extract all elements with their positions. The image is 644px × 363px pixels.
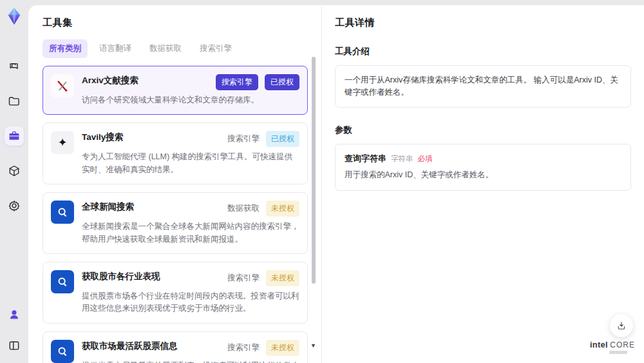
list-scrollbar[interactable] — [312, 52, 316, 353]
tab-search-engine[interactable]: 搜索引擎 — [193, 39, 238, 58]
tool-card-sector-performance[interactable]: 获取股市各行业表现 搜索引擎 未授权 提供股票市场各个行业在特定时间段内的表现。… — [43, 262, 308, 324]
page-title: 工具集 — [43, 17, 321, 29]
user-icon — [8, 308, 21, 321]
param-description: 用于搜索的Arxiv ID、关键字或作者姓名。 — [345, 170, 621, 181]
tab-language-translation[interactable]: 语言翻译 — [93, 39, 138, 58]
tool-list-panel: 工具集 所有类别 语言翻译 数据获取 搜索引擎 Arxiv文献搜索 — [28, 5, 322, 363]
tool-card-global-news[interactable]: 全球新闻搜索 数据获取 未授权 全球新闻搜索是一个聚合全球各大新闻网站内容的搜索… — [43, 192, 308, 254]
app-logo-icon[interactable] — [5, 6, 24, 26]
scroll-down-arrow-icon[interactable]: ▼ — [310, 342, 316, 349]
scrollbar-thumb[interactable] — [312, 57, 316, 284]
sidebar-item-account[interactable] — [5, 305, 24, 324]
tool-card-tavily[interactable]: ✦ Tavily搜索 搜索引擎 已授权 专为人工智能代理 (LLM) 构建的搜索… — [43, 123, 308, 184]
detail-title: 工具详情 — [335, 17, 631, 29]
intro-heading: 工具介绍 — [335, 46, 631, 57]
chat-icon — [8, 60, 21, 73]
sidebar-item-files[interactable] — [5, 92, 24, 111]
tavily-star-icon: ✦ — [51, 131, 74, 154]
auth-status-badge: 未授权 — [266, 340, 299, 356]
arxiv-logo-icon — [51, 74, 74, 97]
cube-icon — [8, 164, 21, 177]
category-tabs: 所有类别 语言翻译 数据获取 搜索引擎 — [43, 39, 321, 58]
tool-card-most-active-stocks[interactable]: 获取市场最活跃股票信息 搜索引擎 未授权 提供当天交易量最高的股票列表，投资者可… — [43, 331, 308, 363]
brand-subtext — [609, 351, 627, 354]
brand-secondary: CORE — [610, 340, 635, 349]
category-label: 搜索引擎 — [227, 133, 260, 144]
category-label: 数据获取 — [227, 203, 260, 214]
tool-card-title: Arxiv文献搜索 — [82, 74, 138, 86]
category-label: 搜索引擎 — [227, 273, 260, 284]
tool-card-title: 获取股市各行业表现 — [82, 270, 160, 282]
news-search-logo-icon — [51, 340, 74, 363]
gear-icon — [8, 199, 21, 212]
tool-intro-text: 一个用于从Arxiv存储库搜索科学论文和文章的工具。 输入可以是Arxiv ID… — [335, 65, 631, 108]
auth-status-badge: 未授权 — [266, 201, 299, 217]
param-item: 查询字符串 字符串 必填 用于搜索的Arxiv ID、关键字或作者姓名。 — [335, 144, 631, 191]
tool-card-description: 提供股票市场各个行业在特定时间段内的表现。投资者可以利用这些信息来识别表现优于或… — [82, 290, 299, 315]
param-type-label: 字符串 — [391, 154, 413, 164]
tool-card-arxiv[interactable]: Arxiv文献搜索 搜索引擎 已授权 访问各个研究领域大量科学论文和文章的存储库… — [43, 66, 308, 115]
sidebar-item-chat[interactable] — [5, 57, 24, 76]
tool-card-title: Tavily搜索 — [82, 131, 123, 143]
category-label: 搜索引擎 — [227, 342, 260, 353]
intel-core-logo: intel CORE — [590, 340, 635, 354]
param-name: 查询字符串 — [345, 153, 386, 164]
sidebar-item-packages[interactable] — [5, 161, 24, 181]
tool-detail-panel: 工具详情 工具介绍 一个用于从Arxiv存储库搜索科学论文和文章的工具。 输入可… — [322, 5, 644, 363]
tool-card-description: 专为人工智能代理 (LLM) 构建的搜索引擎工具。可快速提供实时、准确和真实的结… — [82, 151, 299, 176]
briefcase-icon — [8, 130, 21, 142]
auth-status-badge: 已授权 — [265, 74, 299, 90]
sidebar-item-tools[interactable] — [5, 126, 24, 146]
layout-panel-icon — [8, 339, 21, 352]
download-button[interactable] — [610, 314, 633, 337]
tab-all-categories[interactable]: 所有类别 — [43, 39, 88, 58]
param-required-label: 必填 — [418, 154, 433, 164]
tool-card-title: 获取市场最活跃股票信息 — [82, 340, 178, 352]
tool-card-description: 访问各个研究领域大量科学论文和文章的存储库。 — [82, 94, 299, 106]
download-icon — [616, 320, 627, 331]
tool-card-title: 全球新闻搜索 — [82, 201, 134, 213]
tool-card-description: 全球新闻搜索是一个聚合全球各大新闻网站内容的搜索引擎，帮助用户快速获取全球最新资… — [82, 221, 299, 246]
params-heading: 参数 — [335, 124, 631, 136]
main-panel: 工具集 所有类别 语言翻译 数据获取 搜索引擎 Arxiv文献搜索 — [28, 5, 644, 363]
tool-card-list: Arxiv文献搜索 搜索引擎 已授权 访问各个研究领域大量科学论文和文章的存储库… — [43, 66, 308, 363]
tab-data-acquisition[interactable]: 数据获取 — [143, 39, 188, 58]
left-sidebar — [0, 0, 28, 363]
folder-icon — [8, 95, 21, 108]
tool-card-description: 提供当天交易量最高的股票列表，投资者可以利用这些信息来识别流动性强的股票和潜在的… — [82, 360, 299, 363]
news-search-logo-icon — [51, 201, 74, 224]
brand-primary: intel — [590, 340, 608, 349]
auth-status-badge: 已授权 — [266, 131, 299, 147]
news-search-logo-icon — [51, 270, 74, 293]
auth-status-badge: 未授权 — [266, 270, 299, 286]
category-badge: 搜索引擎 — [216, 74, 258, 90]
sidebar-item-collapse[interactable] — [5, 336, 24, 355]
sidebar-item-settings[interactable] — [5, 196, 24, 215]
